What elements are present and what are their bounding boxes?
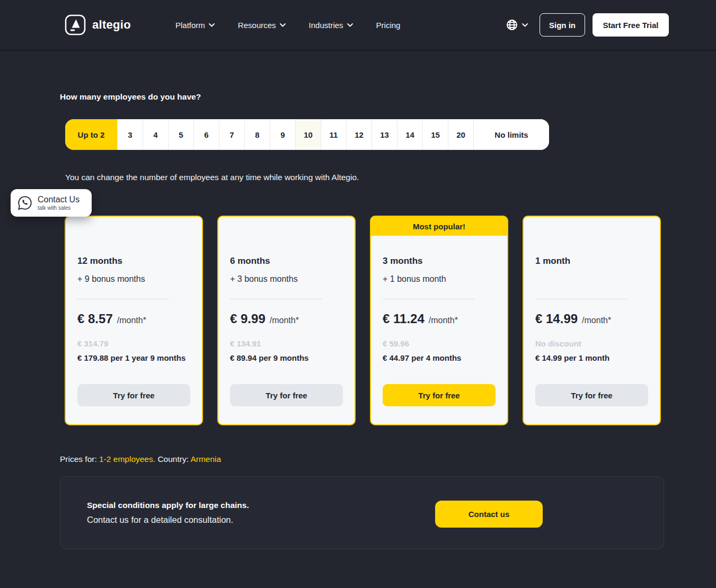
nav-item-label: Industries (309, 21, 343, 30)
employees-link[interactable]: 1-2 employees. (99, 455, 155, 464)
try-for-free-button[interactable]: Try for free (535, 384, 648, 406)
nav-item-label: Pricing (376, 21, 401, 30)
plan-total: € 179.88 per 1 year 9 months (77, 353, 190, 362)
plan-total: € 89.94 per 9 months (230, 353, 343, 362)
employee-option-7[interactable]: 7 (219, 119, 244, 150)
special-conditions-title: Special conditions apply for large chain… (87, 501, 249, 510)
employee-option-13[interactable]: 13 (372, 119, 397, 150)
whatsapp-icon (17, 195, 33, 211)
plan-price: € 11.24 (383, 311, 425, 326)
plan-duration: 6 months (230, 256, 343, 266)
employees-note: You can change the number of employees a… (65, 173, 359, 182)
employee-option-3[interactable]: 3 (117, 119, 143, 150)
price-row: € 14.99 /month* (535, 311, 648, 326)
plan-total: € 44.97 per 4 months (383, 353, 496, 362)
employee-option-8[interactable]: 8 (244, 119, 270, 150)
divider (230, 299, 322, 299)
plan-price-unit: /month* (429, 316, 458, 325)
special-conditions-subtitle: Contact us for a detailed consultation. (87, 515, 249, 525)
nav-item-label: Resources (238, 21, 276, 30)
plan-old-price: € 59.96 (383, 339, 496, 348)
employee-option-up-to-2[interactable]: Up to 2 (65, 119, 117, 150)
nav-item-label: Platform (175, 21, 205, 30)
plan-price: € 14.99 (535, 311, 578, 326)
nav-item-resources[interactable]: Resources (238, 21, 286, 30)
divider (77, 299, 169, 299)
top-navbar: altegio Platform Resources Industries Pr… (0, 0, 716, 51)
chevron-down-icon (209, 23, 215, 27)
brand-name: altegio (92, 18, 131, 32)
special-conditions-box: Special conditions apply for large chain… (60, 476, 664, 549)
plan-card-1-month: 1 month € 14.99 /month* No discount € 14… (523, 216, 661, 425)
nav-item-platform[interactable]: Platform (175, 21, 215, 30)
contact-widget-text: Contact Us talk with sales (38, 195, 79, 211)
plan-price-unit: /month* (270, 316, 299, 325)
plan-duration: 12 months (77, 256, 190, 266)
employee-option-20[interactable]: 20 (448, 119, 473, 150)
plan-total: € 14.99 per 1 month (535, 353, 648, 362)
divider (383, 299, 474, 299)
price-row: € 9.99 /month* (230, 311, 343, 326)
try-for-free-button[interactable]: Try for free (77, 384, 190, 406)
globe-icon (506, 19, 518, 31)
employee-option-9[interactable]: 9 (270, 119, 295, 150)
nav-item-industries[interactable]: Industries (309, 21, 353, 30)
employee-option-14[interactable]: 14 (397, 119, 422, 150)
try-for-free-button[interactable]: Try for free (383, 384, 496, 406)
altegio-logo-icon (65, 14, 86, 35)
special-conditions-text: Special conditions apply for large chain… (87, 501, 249, 525)
plan-bonus: + 1 bonus month (383, 274, 496, 284)
start-free-trial-button[interactable]: Start Free Trial (593, 13, 669, 37)
employee-option-5[interactable]: 5 (168, 119, 193, 150)
contact-us-button[interactable]: Contact us (435, 501, 543, 528)
plan-bonus: + 3 bonus months (230, 274, 343, 284)
prices-for-line: Prices for: 1-2 employees. Country: Arme… (60, 455, 221, 464)
employee-option-10[interactable]: 10 (295, 119, 321, 150)
plan-bonus: + 9 bonus months (77, 274, 190, 284)
country-link[interactable]: Armenia (190, 455, 221, 464)
employee-count-selector: Up to 2 3 4 5 6 7 8 9 10 11 12 13 14 15 … (65, 119, 549, 150)
employee-option-12[interactable]: 12 (346, 119, 372, 150)
divider (535, 299, 627, 299)
plan-price-unit: /month* (582, 316, 611, 325)
brand-logo[interactable]: altegio (65, 14, 131, 35)
chevron-down-icon (347, 23, 353, 27)
language-selector[interactable] (506, 19, 528, 31)
plan-price: € 9.99 (230, 311, 266, 326)
nav-item-pricing[interactable]: Pricing (376, 21, 401, 30)
contact-us-widget[interactable]: Contact Us talk with sales (11, 189, 92, 217)
employee-option-11[interactable]: 11 (321, 119, 346, 150)
nav-links: Platform Resources Industries Pricing (175, 21, 400, 30)
plan-card-3-months: Most popular! 3 months + 1 bonus month €… (370, 216, 508, 425)
plan-card-6-months: 6 months + 3 bonus months € 9.99 /month*… (217, 216, 356, 425)
employee-option-15[interactable]: 15 (422, 119, 448, 150)
country-label: Country: (157, 455, 189, 464)
plan-old-price: No discount (535, 339, 648, 348)
contact-widget-title: Contact Us (38, 195, 79, 204)
chevron-down-icon (522, 23, 528, 27)
try-for-free-button[interactable]: Try for free (230, 384, 343, 406)
nav-right: Sign in Start Free Trial (506, 13, 669, 37)
plan-card-12-months: 12 months + 9 bonus months € 8.57 /month… (65, 216, 203, 425)
plan-price-unit: /month* (117, 316, 146, 325)
pricing-cards: 12 months + 9 bonus months € 8.57 /month… (65, 216, 661, 425)
plan-old-price: € 134.91 (230, 339, 343, 348)
plan-duration: 1 month (535, 256, 648, 266)
price-row: € 8.57 /month* (77, 311, 190, 326)
employee-option-no-limits[interactable]: No limits (473, 119, 549, 150)
employee-option-4[interactable]: 4 (143, 119, 168, 150)
contact-widget-subtitle: talk with sales (38, 205, 79, 211)
prices-for-label: Prices for: (60, 455, 97, 464)
price-row: € 11.24 /month* (383, 311, 496, 326)
plan-bonus (535, 274, 648, 284)
chevron-down-icon (280, 23, 286, 27)
plan-price: € 8.57 (77, 311, 113, 326)
employees-question: How many employees do you have? (60, 92, 201, 102)
sign-in-button[interactable]: Sign in (540, 13, 585, 37)
employee-option-6[interactable]: 6 (193, 119, 219, 150)
most-popular-badge: Most popular! (371, 217, 507, 236)
plan-old-price: € 314.79 (77, 339, 190, 348)
plan-duration: 3 months (383, 256, 496, 266)
